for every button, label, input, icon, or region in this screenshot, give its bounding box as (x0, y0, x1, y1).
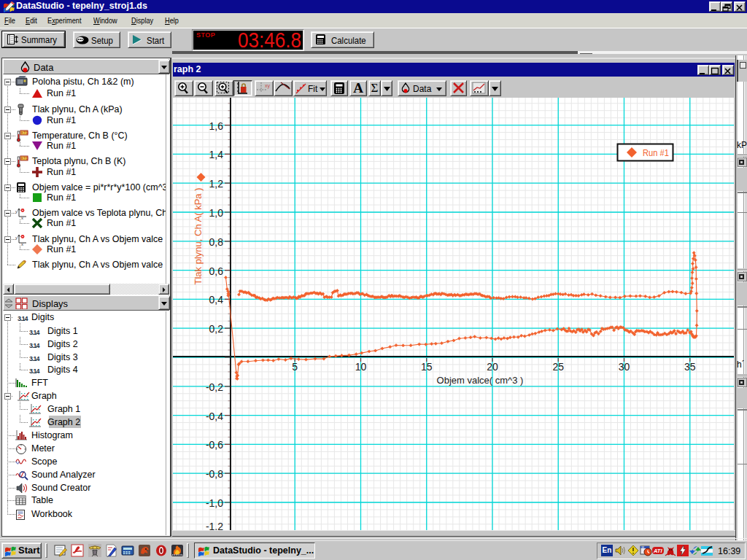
svg-text:0,6: 0,6 (209, 265, 224, 277)
svg-text:15: 15 (421, 361, 433, 373)
svg-text:10: 10 (355, 361, 367, 373)
svg-text:y: y (15, 236, 18, 240)
svg-text:Tlak plynu, Ch A( kPa ): Tlak plynu, Ch A( kPa ) (193, 188, 204, 285)
svg-text:Run #1: Run #1 (643, 147, 669, 158)
svg-text:3.14: 3.14 (29, 342, 40, 349)
svg-text:3.14: 3.14 (29, 355, 40, 362)
svg-text:-0,2: -0,2 (206, 381, 223, 393)
svg-text:KTD: KTD (21, 131, 28, 135)
svg-text:25: 25 (552, 361, 564, 373)
svg-text:1,6: 1,6 (209, 120, 224, 132)
svg-text:0,2: 0,2 (209, 323, 224, 335)
svg-text:3.14: 3.14 (29, 368, 40, 375)
svg-text:-0,6: -0,6 (206, 439, 223, 451)
svg-text:KTD: KTD (21, 156, 28, 160)
svg-text:-0,8: -0,8 (206, 468, 223, 480)
svg-text:0,4: 0,4 (209, 294, 224, 306)
svg-text:1,2: 1,2 (209, 178, 224, 190)
svg-text:x: x (21, 216, 23, 219)
svg-text:x: x (21, 242, 23, 246)
svg-text:0,8: 0,8 (209, 236, 224, 248)
svg-text:-1,2: -1,2 (206, 521, 223, 530)
svg-text:20: 20 (487, 361, 498, 373)
svg-text:38: 38 (641, 546, 644, 549)
svg-text:y: y (15, 209, 18, 214)
svg-text:Objem valce( cm^3 ): Objem valce( cm^3 ) (437, 375, 524, 386)
svg-text:5: 5 (292, 361, 298, 373)
svg-text:xy: xy (265, 83, 271, 89)
svg-text:35: 35 (684, 361, 696, 373)
svg-text:-0,4: -0,4 (206, 411, 223, 422)
svg-text:1,0: 1,0 (209, 207, 224, 219)
svg-text:-1,0: -1,0 (206, 497, 223, 509)
svg-text:30: 30 (619, 361, 630, 373)
svg-text:3.14: 3.14 (29, 329, 40, 336)
svg-text:1,4: 1,4 (209, 149, 224, 160)
svg-text:ATI: ATI (653, 548, 662, 554)
svg-text:3.14: 3.14 (18, 315, 28, 322)
